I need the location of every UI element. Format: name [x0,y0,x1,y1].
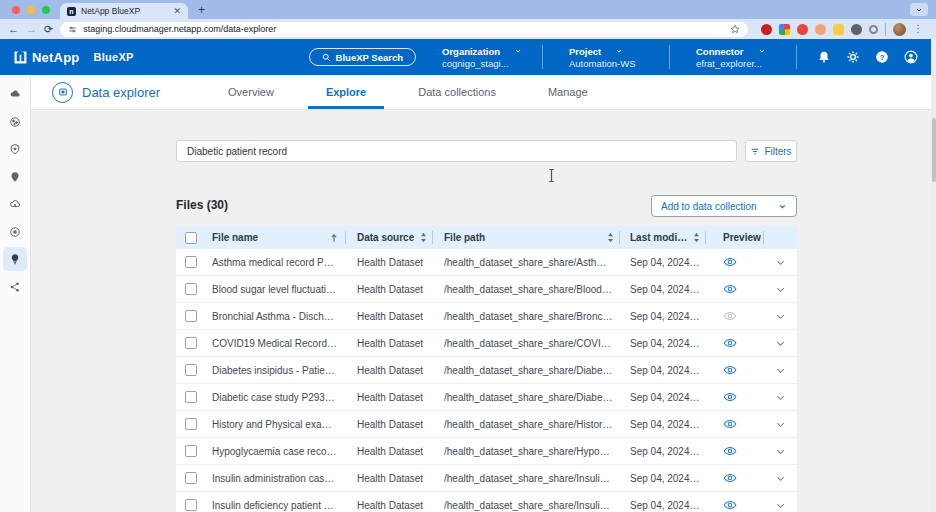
back-icon[interactable]: ← [8,24,19,35]
tab-close-icon[interactable]: ✕ [173,7,181,16]
site-settings-icon [68,25,77,34]
row-checkbox[interactable] [176,384,206,410]
column-header-file-path[interactable]: File path [433,226,620,249]
organization-label: Organization [442,46,500,57]
bookmark-star-icon[interactable] [730,24,740,34]
sidebar-item-health[interactable] [3,110,27,134]
sidebar-item-mobility[interactable] [3,192,27,216]
file-name-cell: Blood sugar level fluctuations.txt [212,284,338,295]
services-icon [9,226,21,238]
column-header-file-name[interactable]: File name [206,226,346,249]
new-tab-button[interactable]: + [198,3,205,19]
row-checkbox[interactable] [176,465,206,491]
cloud-icon [9,198,21,210]
preview-eye-icon[interactable] [723,365,737,375]
preview-eye-icon[interactable] [723,257,737,267]
expand-chevron-icon[interactable] [775,338,786,349]
maximize-window-button[interactable] [42,6,50,14]
row-checkbox[interactable] [176,249,206,275]
file-path-cell: /health_dataset_share_share/Bronchial As… [444,311,614,322]
row-checkbox[interactable] [176,492,206,512]
row-checkbox[interactable] [176,303,206,329]
preview-eye-icon[interactable] [723,419,737,429]
user-icon[interactable] [904,50,918,64]
browser-tab[interactable]: n NetApp BlueXP ✕ [60,3,188,19]
preview-eye-icon[interactable] [723,500,737,510]
preview-eye-icon[interactable] [723,446,737,456]
data-source-cell: Health Dataset [357,257,423,268]
extension-icon-4[interactable] [815,24,826,35]
row-checkbox[interactable] [176,330,206,356]
extension-icon-6[interactable] [851,24,862,35]
browser-menu-icon[interactable]: ⋮ [913,24,923,34]
url-text: staging.cloudmanager.netapp.com/data-exp… [83,24,724,34]
extension-icon-2[interactable] [779,24,790,35]
forward-icon[interactable]: → [26,24,37,35]
expand-chevron-icon[interactable] [775,392,786,403]
storage-icon [9,88,21,100]
sidebar-item-protection[interactable] [3,137,27,161]
column-header-last-modified[interactable]: Last modified [620,226,706,249]
row-checkbox[interactable] [176,411,206,437]
sort-icon[interactable] [607,232,614,243]
browser-profile-avatar[interactable] [893,23,906,36]
scrollbar-thumb[interactable] [932,118,936,182]
sidebar-item-storage[interactable] [3,82,27,106]
gear-icon[interactable] [846,50,860,64]
extension-icon-1[interactable] [761,24,772,35]
organization-menu[interactable]: Organization cognigo_stagi... [442,46,526,69]
preview-eye-icon[interactable] [723,392,737,402]
add-to-data-collection-button[interactable]: Add to data collection [651,195,797,217]
expand-chevron-icon[interactable] [775,446,786,457]
files-table: File name Data source File path Last mod… [176,226,797,512]
file-path-cell: /health_dataset_share_share/Diabetic cas… [444,392,614,403]
expand-chevron-icon[interactable] [775,284,786,295]
data-explorer-icon [52,82,73,103]
tab-search-chevron-icon[interactable] [910,3,928,16]
column-header-data-source[interactable]: Data source [346,226,433,249]
row-checkbox[interactable] [176,276,206,302]
bell-icon[interactable] [817,50,831,64]
close-window-button[interactable] [12,6,20,14]
help-icon[interactable]: ? [875,50,889,64]
tab-data-collections[interactable]: Data collections [392,75,522,109]
share-icon [9,281,21,293]
expand-chevron-icon[interactable] [775,311,786,322]
sidebar-item-insights[interactable] [3,247,27,271]
extension-icon-5[interactable] [833,24,844,35]
extension-icon-3[interactable] [797,24,808,35]
extension-icon-7[interactable] [869,25,878,34]
sort-ascending-icon[interactable] [330,233,338,243]
search-icon [322,53,331,62]
row-checkbox[interactable] [176,357,206,383]
tab-overview[interactable]: Overview [202,75,300,109]
expand-chevron-icon[interactable] [775,419,786,430]
file-search-input[interactable] [176,140,737,162]
tab-explore[interactable]: Explore [300,75,392,109]
sort-icon[interactable] [693,232,700,243]
sidebar-item-share[interactable] [3,275,27,299]
project-menu[interactable]: Project Automation-WS [569,46,653,69]
sidebar-item-extensions[interactable] [3,220,27,244]
expand-chevron-icon[interactable] [775,365,786,376]
bluexp-search-button[interactable]: BlueXP Search [309,48,416,66]
preview-eye-icon[interactable] [723,338,737,348]
preview-eye-icon[interactable] [723,284,737,294]
expand-chevron-icon[interactable] [775,257,786,268]
preview-eye-icon[interactable] [723,473,737,483]
address-bar[interactable]: staging.cloudmanager.netapp.com/data-exp… [60,22,748,37]
preview-eye-icon[interactable] [723,311,737,321]
expand-chevron-icon[interactable] [775,500,786,511]
reload-icon[interactable]: ⟳ [44,24,53,35]
sidebar-item-governance[interactable] [3,165,27,189]
minimize-window-button[interactable] [27,6,35,14]
connector-menu[interactable]: Connector efrat_explorer... [696,46,780,69]
table-row: Blood sugar level fluctuations.txt Healt… [176,276,797,303]
tab-manage[interactable]: Manage [522,75,614,109]
sort-icon[interactable] [420,232,427,243]
expand-chevron-icon[interactable] [775,473,786,484]
last-modified-cell: Sep 04, 2024 10:39 [630,473,700,484]
filters-button[interactable]: Filters [745,140,797,162]
select-all-checkbox[interactable] [176,226,206,249]
row-checkbox[interactable] [176,438,206,464]
